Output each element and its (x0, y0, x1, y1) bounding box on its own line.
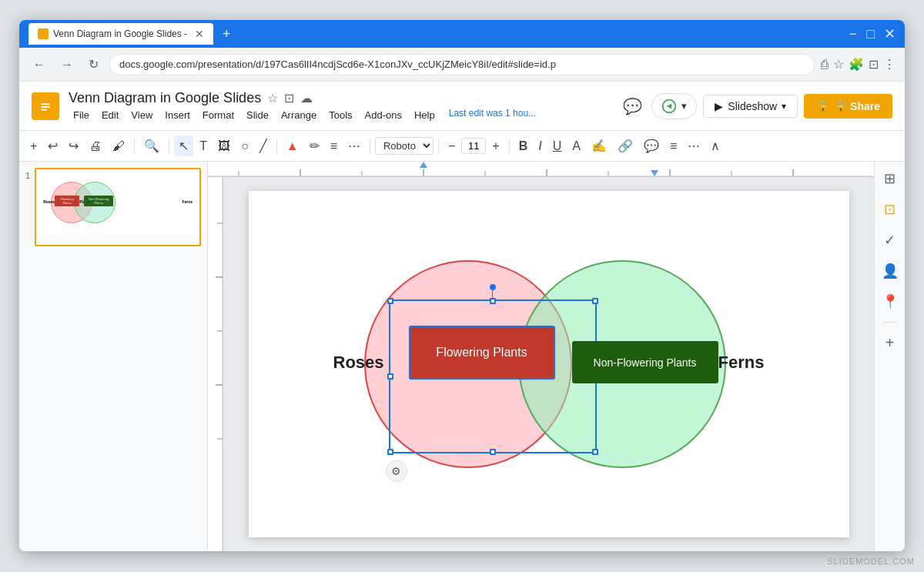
slide-canvas[interactable]: Roses Plants Ferns (223, 177, 874, 551)
context-menu-icon[interactable]: ⚙ (386, 460, 407, 482)
share-label: 🔒 Share (834, 100, 880, 112)
menu-view[interactable]: View (126, 108, 157, 122)
meet-label: ▾ (681, 100, 687, 112)
tab-favicon (38, 28, 49, 39)
maximize-button[interactable]: □ (866, 27, 875, 41)
align-button[interactable]: ≡ (665, 136, 681, 156)
text-color-button[interactable]: A (567, 136, 585, 156)
font-selector[interactable]: Roboto (375, 137, 434, 155)
reload-button[interactable]: ↻ (84, 55, 103, 73)
font-size-increase[interactable]: + (487, 136, 504, 156)
border-dash-button[interactable]: ⋯ (343, 135, 365, 156)
more-toolbar-button[interactable]: ⋯ (683, 135, 705, 156)
collapse-toolbar-button[interactable]: ∧ (706, 135, 725, 156)
roses-label: Roses (333, 353, 384, 373)
share-address-icon[interactable]: ⎙ (821, 58, 829, 72)
meet-button[interactable]: ▾ (651, 93, 697, 119)
menu-help[interactable]: Help (410, 108, 440, 122)
svg-rect-1 (42, 103, 50, 105)
slideshow-button[interactable]: ▶ Slideshow ▾ (703, 95, 798, 118)
toolbar-separator-3 (276, 139, 277, 154)
sidebar-slides-icon[interactable]: ⊡ (879, 199, 901, 220)
border-color-button[interactable]: ✏ (305, 135, 324, 156)
shape-tool[interactable]: ○ (236, 136, 253, 156)
flowering-plants-box[interactable]: Flowering Plants (409, 326, 555, 380)
menu-insert[interactable]: Insert (160, 108, 195, 122)
non-flowering-plants-box[interactable]: Non-Flowering Plants (572, 341, 718, 383)
thumb-nonflowering-box: Non-Flowering Plants (84, 196, 113, 206)
underline-button[interactable]: U (548, 136, 567, 156)
extension-icon[interactable]: 🧩 (849, 57, 864, 72)
text-tool[interactable]: T (195, 136, 212, 156)
tab-area: Venn Diagram in Google Slides - ✕ + (28, 23, 849, 45)
menu-format[interactable]: Format (198, 108, 239, 122)
document-title[interactable]: Venn Diagram in Google Slides (69, 90, 261, 106)
sidebar-divider (882, 322, 898, 323)
toolbar-separator-1 (134, 139, 135, 154)
fill-color-button[interactable]: ▲ (282, 136, 303, 156)
font-size-decrease[interactable]: − (444, 136, 460, 156)
sidebar-contacts-icon[interactable]: 👤 (879, 260, 901, 282)
highlight-button[interactable]: ✍ (587, 135, 611, 156)
last-edit-link[interactable]: Last edit was 1 hou... (449, 108, 536, 122)
address-input[interactable]: docs.google.com/presentation/d/197Cas6lI… (109, 54, 815, 75)
handle-bottom-left[interactable] (387, 449, 393, 455)
redo-button[interactable]: ↪ (64, 135, 83, 156)
add-tool-button[interactable]: + (25, 136, 42, 156)
share-button[interactable]: 🔒 🔒 Share (804, 94, 892, 119)
italic-button[interactable]: I (534, 136, 546, 156)
window-controls: − □ ✕ (849, 27, 896, 41)
forward-button[interactable]: → (56, 56, 78, 73)
new-tab-button[interactable]: + (219, 26, 234, 42)
venn-diagram: Roses Plants Ferns (326, 233, 772, 495)
header-actions: 💬 ▾ ▶ Slideshow ▾ 🔒 🔒 Share (620, 93, 892, 119)
svg-marker-16 (420, 162, 427, 168)
menu-arrange[interactable]: Arrange (276, 108, 321, 122)
menu-slide[interactable]: Slide (242, 108, 273, 122)
menu-addons[interactable]: Add-ons (360, 108, 407, 122)
slide-thumbnail[interactable]: Roses Plants Ferns Flowering Plants Non-… (35, 168, 201, 246)
lock-icon: 🔒 (816, 100, 829, 112)
menu-bar: File Edit View Insert Format Slide Arran… (69, 108, 611, 122)
sidebar-toggle-icon[interactable]: ⊡ (869, 57, 879, 72)
font-size-input[interactable] (461, 138, 486, 154)
more-options-icon[interactable]: ⋮ (883, 57, 896, 72)
title-row: Venn Diagram in Google Slides ☆ ⊡ ☁ (69, 90, 611, 106)
bookmark-icon[interactable]: ☆ (833, 57, 844, 72)
menu-file[interactable]: File (69, 108, 94, 122)
bold-button[interactable]: B (514, 136, 533, 156)
cloud-icon[interactable]: ☁ (300, 91, 313, 105)
paint-format-button[interactable]: 🖌 (108, 136, 129, 156)
browser-tab[interactable]: Venn Diagram in Google Slides - ✕ (28, 23, 213, 45)
sidebar-tasks-icon[interactable]: ✓ (879, 229, 901, 251)
sidebar-add-button[interactable]: + (879, 332, 901, 353)
close-button[interactable]: ✕ (884, 27, 896, 41)
thumbnail-content: Roses Plants Ferns Flowering Plants Non-… (39, 172, 196, 242)
slides-panel: 1 Roses Plants Ferns Flowering Plants No… (19, 162, 208, 551)
move-to-icon[interactable]: ⊡ (284, 91, 294, 105)
right-sidebar: ⊞ ⊡ ✓ 👤 📍 + (874, 162, 905, 551)
comment-inline-button[interactable]: 💬 (639, 135, 664, 156)
tab-close-button[interactable]: ✕ (195, 28, 204, 40)
comment-button[interactable]: 💬 (620, 94, 645, 119)
zoom-button[interactable]: 🔍 (139, 135, 164, 156)
back-button[interactable]: ← (28, 56, 50, 73)
border-weight-button[interactable]: ≡ (326, 136, 342, 156)
title-bar: Venn Diagram in Google Slides - ✕ + − □ … (19, 20, 905, 48)
undo-button[interactable]: ↩ (43, 135, 62, 156)
print-button[interactable]: 🖨 (85, 136, 106, 156)
line-tool[interactable]: ╱ (255, 135, 272, 156)
sidebar-sheets-icon[interactable]: ⊞ (879, 168, 901, 189)
slide-page: Roses Plants Ferns (249, 191, 849, 537)
select-tool[interactable]: ↖ (174, 135, 193, 156)
link-button[interactable]: 🔗 (613, 135, 638, 156)
image-tool[interactable]: 🖼 (213, 136, 235, 156)
slideshow-icon: ▶ (715, 100, 723, 112)
svg-rect-3 (42, 109, 47, 110)
star-icon[interactable]: ☆ (267, 91, 278, 105)
address-text: docs.google.com/presentation/d/197Cas6lI… (119, 59, 556, 70)
sidebar-maps-icon[interactable]: 📍 (879, 291, 901, 313)
menu-tools[interactable]: Tools (324, 108, 357, 122)
menu-edit[interactable]: Edit (97, 108, 123, 122)
minimize-button[interactable]: − (849, 27, 858, 41)
